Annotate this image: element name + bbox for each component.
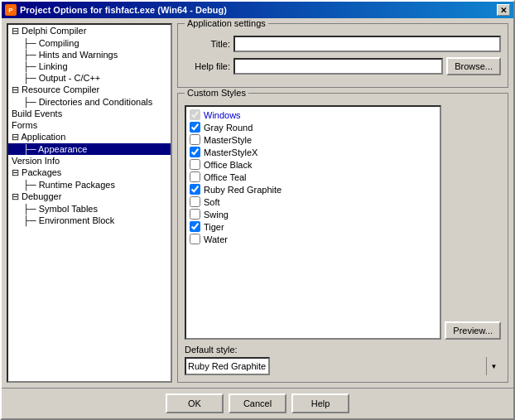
tree-item-packages[interactable]: ⊟ Packages [8,167,171,179]
style-item-windows[interactable]: Windows [188,109,438,121]
tree-item-debugger[interactable]: ⊟ Debugger [8,191,171,203]
style-item-gray-round[interactable]: Gray Round [188,121,438,133]
style-item-office-black[interactable]: Office Black [188,158,438,171]
style-item-master-style-x[interactable]: MasterStyleX [188,146,438,158]
style-label-office-black: Office Black [204,160,253,170]
tree-item-output-cpp[interactable]: ├─ Output - C/C++ [8,72,171,84]
style-item-ruby-red-graphite[interactable]: Ruby Red Graphite [188,183,438,196]
style-checkbox-master-style[interactable] [190,134,200,145]
default-style-select[interactable]: WindowsGray RoundMasterStyleMasterStyleX… [185,357,270,375]
default-style-row: Default style: WindowsGray RoundMasterSt… [185,345,501,375]
help-file-input[interactable] [233,58,443,75]
bottom-bar: OK Cancel Help [2,388,513,418]
style-label-water: Water [204,234,228,244]
style-label-ruby-red-graphite: Ruby Red Graphite [204,185,282,195]
tree-item-delphi-compiler[interactable]: ⊟ Delphi Compiler [8,25,171,37]
help-file-label: Help file: [185,61,230,71]
style-label-tiger: Tiger [204,222,224,232]
custom-styles-group: Custom Styles WindowsGray RoundMasterSty… [177,93,508,383]
browse-button[interactable]: Browse... [446,57,501,75]
styles-list[interactable]: WindowsGray RoundMasterStyleMasterStyleX… [185,105,441,340]
preview-col: Preview... [445,105,501,340]
style-label-office-teal: Office Teal [204,172,247,182]
style-checkbox-swing[interactable] [190,209,200,220]
tree-panel[interactable]: ⊟ Delphi Compiler├─ Compiling├─ Hints an… [7,23,172,383]
tree-item-directories-conditionals[interactable]: ├─ Directories and Conditionals [8,96,171,108]
default-style-label: Default style: [185,345,501,355]
right-panel: Application settings Title: Help file: B… [177,23,508,383]
window-body: ⊟ Delphi Compiler├─ Compiling├─ Hints an… [2,18,513,388]
styles-and-preview: WindowsGray RoundMasterStyleMasterStyleX… [185,105,501,340]
tree-item-forms[interactable]: Forms [8,119,171,131]
style-item-swing[interactable]: Swing [188,208,438,220]
tree-item-symbol-tables[interactable]: ├─ Symbol Tables [8,203,171,215]
style-label-master-style-x: MasterStyleX [204,147,258,157]
style-label-windows: Windows [204,110,241,120]
application-settings-group: Application settings Title: Help file: B… [177,23,508,88]
tree-item-linking[interactable]: ├─ Linking [8,60,171,72]
title-bar: P Project Options for fishfact.exe (Win6… [2,2,513,18]
style-checkbox-tiger[interactable] [190,221,200,232]
style-checkbox-office-black[interactable] [190,159,200,170]
style-label-swing: Swing [204,210,229,220]
help-button[interactable]: Help [291,393,349,413]
preview-button[interactable]: Preview... [445,321,501,340]
tree-item-version-info[interactable]: Version Info [8,155,171,167]
app-icon: P [5,4,17,16]
title-row: Title: [185,36,501,52]
style-checkbox-ruby-red-graphite[interactable] [190,184,200,195]
title-label: Title: [185,39,230,49]
select-arrow-icon: ▼ [486,357,501,375]
select-row: WindowsGray RoundMasterStyleMasterStyleX… [185,357,501,375]
window-title: Project Options for fishfact.exe (Win64 … [20,5,227,15]
tree-item-application[interactable]: ⊟ Application [8,131,171,143]
style-checkbox-master-style-x[interactable] [190,147,200,157]
select-wrapper: WindowsGray RoundMasterStyleMasterStyleX… [185,357,501,375]
style-checkbox-office-teal[interactable] [190,171,200,182]
cancel-button[interactable]: Cancel [229,393,286,413]
style-checkbox-gray-round[interactable] [190,122,200,133]
tree-item-resource-compiler[interactable]: ⊟ Resource Compiler [8,84,171,96]
style-item-office-teal[interactable]: Office Teal [188,171,438,183]
tree-item-runtime-packages[interactable]: ├─ Runtime Packages [8,179,171,191]
tree-item-build-events[interactable]: Build Events [8,108,171,119]
style-item-tiger[interactable]: Tiger [188,220,438,233]
style-item-soft[interactable]: Soft [188,196,438,208]
tree-item-environment-block[interactable]: ├─ Environment Block [8,215,171,226]
style-checkbox-water[interactable] [190,234,200,244]
close-button[interactable]: ✕ [497,4,510,16]
tree-item-hints-warnings[interactable]: ├─ Hints and Warnings [8,49,171,60]
style-label-master-style: MasterStyle [204,135,252,145]
style-checkbox-windows[interactable] [190,109,200,120]
style-item-master-style[interactable]: MasterStyle [188,133,438,146]
style-label-gray-round: Gray Round [204,123,253,133]
main-window: P Project Options for fishfact.exe (Win6… [0,0,515,420]
style-checkbox-soft[interactable] [190,196,200,207]
app-settings-label: Application settings [185,18,268,28]
title-bar-left: P Project Options for fishfact.exe (Win6… [5,4,227,16]
ok-button[interactable]: OK [166,393,224,413]
style-label-soft: Soft [204,197,220,207]
custom-styles-label: Custom Styles [185,88,248,98]
tree-item-compiling[interactable]: ├─ Compiling [8,37,171,49]
style-item-water[interactable]: Water [188,233,438,245]
tree-item-appearance[interactable]: ├─ Appearance [8,143,171,155]
title-input[interactable] [233,36,501,52]
help-file-row: Help file: Browse... [185,57,501,75]
